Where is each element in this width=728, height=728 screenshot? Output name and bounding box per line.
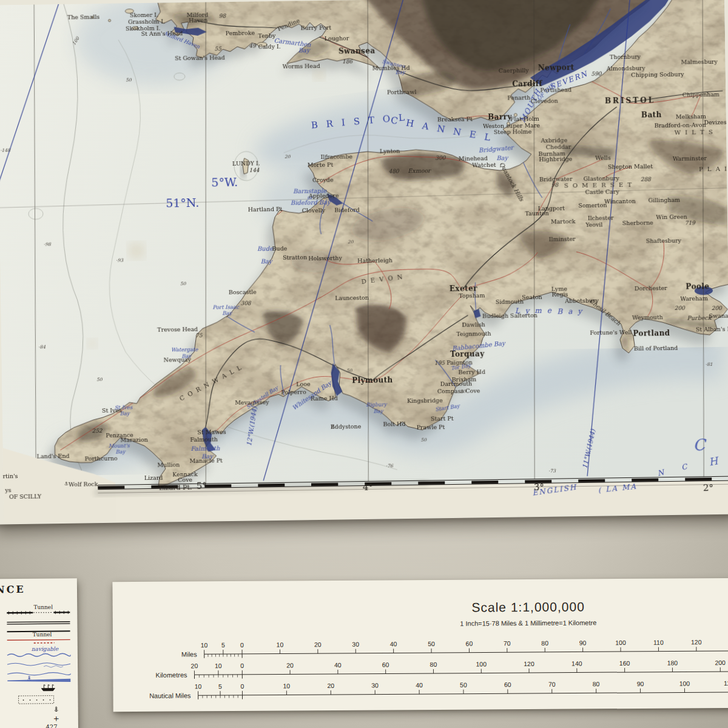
map-label: ·148 — [0, 148, 10, 153]
map-label: 5°W. — [211, 176, 238, 188]
map-label: Swansea — [339, 47, 376, 55]
map-label: Shaftesbury — [646, 238, 681, 244]
map-label: Bigbury — [366, 402, 386, 407]
map-label: Bay — [222, 311, 232, 316]
map-label: Glastonbury — [584, 175, 619, 181]
map-label: H — [708, 456, 719, 467]
map-label: Holsworthy — [308, 255, 342, 261]
map-label: MA — [621, 483, 637, 491]
map-label: 5° — [197, 481, 207, 490]
svg-text:30: 30 — [352, 641, 359, 648]
map-label: 51°N. — [166, 197, 199, 209]
map-label: Cheddar — [546, 144, 571, 150]
map-label: 50 — [96, 377, 103, 382]
map-label: 50 — [126, 78, 132, 83]
map-stage: BRISTOLCHANNELSEVERNMOUTHOF THE5°W.51°N.… — [0, 0, 728, 523]
map-label: St Gowan's Head — [175, 55, 225, 61]
legend-symbols: TunnelTunnelnavigable+427 — [0, 578, 78, 728]
map-label: Purbeck — [687, 315, 712, 321]
svg-text:50: 50 — [460, 681, 467, 689]
page: { "map": { "labels": [ {"t":"BRISTOL","x… — [0, 0, 728, 728]
map-label: Mount's — [109, 443, 130, 448]
map-label: Boscastle — [229, 289, 257, 295]
map-label: 480 — [388, 169, 399, 174]
svg-text:60: 60 — [504, 681, 511, 688]
map-label: Manacle Pt — [189, 458, 223, 464]
map-label: N — [657, 468, 666, 477]
svg-text:70: 70 — [548, 681, 556, 688]
map-label: Bay — [115, 449, 125, 454]
map-label: 98 — [551, 182, 559, 187]
map-label: Plymouth — [352, 376, 393, 384]
map-label: Budleigh Salterton — [482, 312, 538, 319]
map-label: ys — [5, 487, 11, 493]
svg-text:10: 10 — [277, 641, 284, 648]
svg-text:0: 0 — [240, 641, 244, 649]
map-label: Lizard — [144, 475, 163, 481]
map-label: Teignmouth — [456, 331, 491, 337]
svg-text:Tunnel: Tunnel — [33, 632, 52, 638]
svg-text:10: 10 — [215, 662, 222, 669]
map-label: 590 — [591, 71, 601, 76]
map-label: ·76 — [386, 464, 393, 469]
map-label: 50 — [420, 438, 426, 443]
map-sheet: BRISTOLCHANNELSEVERNMOUTHOF THE5°W.51°N.… — [0, 0, 728, 525]
map-label: Lynton — [380, 148, 400, 154]
map-label: Highbridge — [539, 156, 572, 162]
svg-text:50: 50 — [428, 640, 435, 647]
map-label: Seaton — [522, 294, 542, 300]
svg-text:427: 427 — [46, 724, 57, 728]
map-label: 50 — [180, 281, 186, 286]
map-label: Exmoor — [408, 168, 430, 174]
svg-text:0: 0 — [240, 682, 244, 690]
map-label: Win Green — [656, 214, 687, 220]
map-label: Berry Hd — [458, 369, 485, 375]
map-label: Ilminster — [549, 236, 576, 242]
svg-text:Tunnel: Tunnel — [33, 604, 53, 610]
map-label: Bay — [557, 308, 587, 315]
legend-card: NCE TunnelTunnelnavigable+427 — [0, 578, 78, 728]
svg-text:80: 80 — [541, 639, 548, 647]
map-label: Sherborne — [622, 220, 653, 226]
map-label: Hartland Pt — [248, 206, 283, 212]
map-label: Yeovil — [585, 222, 602, 228]
map-label: Penarth — [507, 95, 530, 101]
map-label: Topsham — [459, 292, 485, 298]
map-label: St Alban's H — [696, 326, 728, 332]
map-label: C — [693, 437, 705, 453]
map-label: Bude — [257, 246, 273, 252]
map-label: Port Isaac — [212, 305, 238, 310]
map-label: Melksham — [676, 113, 706, 120]
map-label: 3° — [534, 482, 544, 491]
svg-text:Nautical Miles: Nautical Miles — [149, 692, 191, 699]
map-label: Wolf Rock — [69, 481, 98, 487]
map-label: C — [681, 463, 689, 471]
map-label: 55 — [214, 46, 221, 52]
map-label: St Mawes — [197, 429, 226, 435]
map-label: Chesil Beach — [588, 298, 622, 326]
map-label: 186 — [342, 59, 352, 64]
map-label: Lizard Pt. — [159, 484, 192, 491]
svg-text:20: 20 — [327, 682, 334, 689]
map-label: 144 — [249, 167, 259, 173]
map-label: Martock — [551, 218, 576, 224]
map-label: 98 — [219, 13, 226, 19]
map-label: Axbridge — [541, 138, 568, 144]
map-label: 20 — [285, 155, 291, 160]
map-label: Eddystone — [331, 423, 362, 430]
svg-text:120: 120 — [524, 660, 534, 667]
map-label: Somerton — [578, 203, 607, 209]
svg-text:10: 10 — [283, 682, 290, 689]
map-label: Bradford-on-Avon — [654, 122, 706, 129]
map-label: ·81 — [706, 362, 713, 367]
svg-text:60: 60 — [382, 661, 389, 668]
map-label: ·84 — [38, 345, 46, 350]
svg-text:40: 40 — [416, 681, 423, 689]
map-label: 49 — [249, 43, 256, 49]
map-label: The Smalls — [67, 14, 99, 20]
scale-title: Scale 1:1,000,000 — [343, 599, 713, 616]
map-label: Bath — [641, 111, 662, 118]
map-label: Kingsbridge — [407, 397, 443, 403]
map-label: 12°W.(1944) — [246, 406, 258, 447]
map-label: Pembroke — [226, 30, 255, 36]
